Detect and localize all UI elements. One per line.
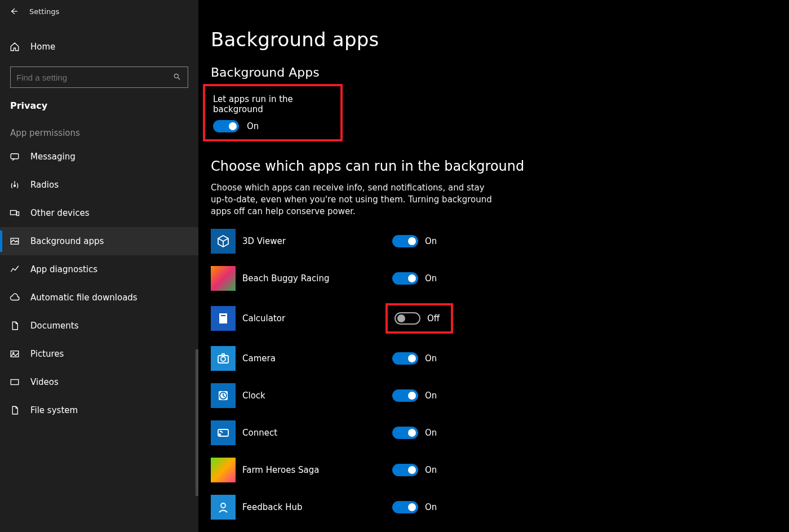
app-name: 3D Viewer [242, 236, 392, 246]
category-title: Privacy [0, 95, 198, 128]
app-tile-icon [211, 383, 236, 408]
search-input[interactable] [16, 73, 173, 82]
svg-point-12 [223, 318, 224, 320]
app-row-farm-heroes-saga: Farm Heroes Saga On [211, 458, 789, 482]
app-toggle[interactable] [392, 464, 418, 476]
app-toggle[interactable] [392, 389, 418, 402]
svg-rect-8 [11, 380, 19, 385]
sidebar-item-label: App diagnostics [30, 264, 97, 274]
doc-icon [9, 405, 20, 416]
app-tile-icon [211, 495, 236, 520]
app-name: Farm Heroes Saga [242, 465, 392, 475]
app-row-beach-buggy-racing: Beach Buggy Racing On [211, 266, 789, 291]
svg-point-23 [221, 503, 225, 508]
search-input-wrapper[interactable] [10, 66, 188, 88]
page-title: Background apps [211, 28, 789, 51]
sidebar: Settings Home [0, 0, 198, 532]
app-name: Calculator [242, 313, 392, 323]
app-toggle-state: On [425, 273, 437, 283]
master-toggle-label: Let apps run in the background [213, 94, 333, 114]
app-name: Beach Buggy Racing [242, 273, 392, 283]
master-toggle-highlight: Let apps run in the background On [203, 84, 343, 141]
message-icon [9, 151, 20, 162]
svg-point-18 [221, 357, 225, 361]
image-icon [9, 236, 20, 247]
app-row-camera: Camera On [211, 346, 789, 371]
cloud-icon [9, 292, 20, 303]
sidebar-item-pictures[interactable]: Pictures [0, 340, 198, 368]
picture-icon [9, 348, 20, 360]
section-title-master: Background Apps [211, 65, 789, 79]
sidebar-item-label: Automatic file downloads [30, 292, 138, 303]
sidebar-item-label: Pictures [30, 349, 64, 359]
app-row-3d-viewer: 3D Viewer On [211, 229, 789, 254]
app-toggle-state: On [425, 391, 437, 401]
app-tile-icon [211, 306, 236, 331]
app-toggle-state: On [425, 465, 437, 475]
sidebar-item-home[interactable]: Home [0, 33, 198, 61]
video-icon [9, 376, 20, 388]
app-row-calculator: Calculator Off [211, 303, 789, 334]
app-toggle-highlight: Off [385, 303, 453, 334]
svg-point-22 [219, 434, 220, 435]
svg-point-13 [224, 318, 225, 320]
app-toggle[interactable] [392, 272, 418, 285]
sidebar-item-file-system[interactable]: File system [0, 396, 198, 424]
svg-point-15 [223, 321, 224, 322]
sidebar-item-label: Videos [30, 377, 59, 387]
sidebar-item-automatic-file-downloads[interactable]: Automatic file downloads [0, 283, 198, 312]
sidebar-item-videos[interactable]: Videos [0, 368, 198, 396]
app-toggle-state: On [425, 353, 437, 363]
app-name: Clock [242, 391, 392, 401]
sidebar-item-messaging[interactable]: Messaging [0, 143, 198, 171]
devices-icon [9, 207, 20, 219]
app-name: Feedback Hub [242, 502, 392, 512]
sidebar-item-label: Documents [30, 321, 79, 331]
app-tile-icon [211, 266, 236, 291]
sidebar-item-label: Messaging [30, 152, 76, 162]
sidebar-item-background-apps[interactable]: Background apps [0, 227, 198, 255]
sidebar-item-label: Background apps [30, 236, 104, 246]
sidebar-item-app-diagnostics[interactable]: App diagnostics [0, 255, 198, 283]
app-toggle[interactable] [392, 352, 418, 365]
app-name: Connect [242, 428, 392, 438]
section-title-apps: Choose which apps can run in the backgro… [211, 158, 789, 174]
app-toggle[interactable] [392, 501, 418, 513]
svg-rect-4 [17, 212, 19, 216]
app-row-connect: Connect On [211, 420, 789, 445]
svg-point-2 [14, 185, 16, 187]
svg-rect-10 [220, 314, 226, 317]
doc-icon [9, 320, 20, 331]
home-icon [9, 41, 20, 52]
app-row-clock: Clock On [211, 383, 789, 408]
sidebar-item-label: Home [30, 42, 55, 52]
back-icon[interactable] [9, 7, 18, 16]
window-title: Settings [29, 7, 59, 16]
app-toggle[interactable] [392, 235, 418, 247]
section-description: Choose which apps can receive info, send… [211, 182, 493, 218]
sidebar-item-other-devices[interactable]: Other devices [0, 199, 198, 227]
app-toggle-state: On [425, 236, 437, 246]
sidebar-item-label: File system [30, 405, 78, 415]
svg-point-16 [224, 321, 225, 322]
svg-point-14 [221, 321, 222, 322]
app-tile-icon [211, 346, 236, 371]
sidebar-item-label: Radios [30, 180, 59, 190]
app-row-feedback-hub: Feedback Hub On [211, 495, 789, 520]
sidebar-item-radios[interactable]: Radios [0, 171, 198, 199]
radio-icon [9, 179, 20, 190]
svg-rect-1 [11, 154, 19, 159]
search-icon [173, 73, 182, 82]
app-toggle[interactable] [392, 427, 418, 439]
svg-point-0 [174, 74, 178, 78]
master-toggle[interactable] [213, 120, 239, 132]
app-toggle-state: Off [427, 313, 440, 323]
app-tile-icon [211, 229, 236, 254]
sidebar-item-documents[interactable]: Documents [0, 312, 198, 340]
app-toggle[interactable] [394, 312, 420, 325]
master-toggle-state: On [247, 121, 259, 131]
app-tile-icon [211, 458, 236, 482]
app-toggle-state: On [425, 428, 437, 438]
main-panel: Background apps Background Apps Let apps… [198, 0, 789, 532]
svg-rect-3 [11, 211, 17, 215]
